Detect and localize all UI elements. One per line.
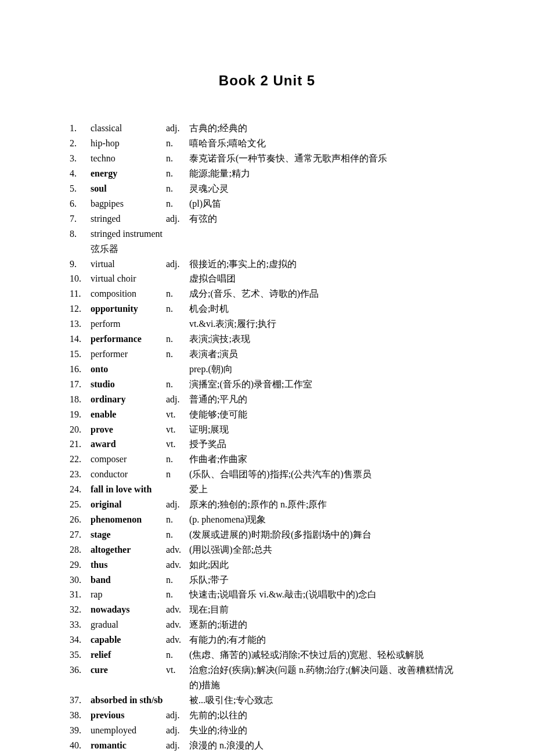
entry-number: 26. — [70, 512, 91, 527]
entry-pos: adv. — [166, 602, 189, 617]
entry-number: 14. — [70, 332, 91, 347]
vocab-row: 40.romanticadj.浪漫的 n.浪漫的人 — [70, 738, 464, 753]
entry-word: rap — [91, 587, 166, 602]
vocab-row: 37.absorbed in sth/sb被...吸引住;专心致志 — [70, 693, 464, 708]
entry-number: 37. — [70, 693, 91, 708]
entry-pos: adj. — [166, 392, 189, 407]
entry-definition: 逐新的;渐进的 — [189, 617, 464, 632]
entry-pos: n. — [166, 347, 189, 362]
vocab-row: 31.rapn.快速击;说唱音乐 vi.&w.敲击;(说唱歌中的)念白 — [70, 587, 464, 602]
entry-pos: n — [166, 467, 189, 482]
entry-definition: 表演;演技;表现 — [189, 332, 464, 347]
vocab-row: 16.ontoprep.(朝)向 — [70, 362, 464, 377]
entry-pos: n. — [166, 587, 189, 602]
entry-word: altogether — [91, 542, 166, 557]
entry-word: stringed — [91, 211, 166, 226]
entry-pos: adj. — [166, 723, 189, 738]
entry-definition: 先前的;以往的 — [189, 708, 464, 723]
entry-pos: adj. — [166, 121, 189, 136]
entry-word: stringed instrument 弦乐器 — [91, 226, 166, 257]
entry-word: unemployed — [91, 723, 166, 738]
entry-number: 8. — [70, 226, 91, 242]
entry-definition: 普通的;平凡的 — [189, 392, 464, 407]
vocab-row: 18.ordinaryadj.普通的;平凡的 — [70, 392, 464, 407]
vocab-row: 9.virtualadj.很接近的;事实上的;虚拟的 — [70, 257, 464, 272]
entry-pos: n. — [166, 286, 189, 301]
vocab-row: 3.technon.泰克诺音乐(一种节奏快、通常无歌声相伴的音乐 — [70, 151, 464, 166]
entry-definition: 乐队;带子 — [189, 573, 464, 588]
entry-definition: 灵魂;心灵 — [189, 181, 464, 196]
entry-word: opportunity — [91, 301, 166, 316]
vocab-row: 28.altogetheradv.(用以强调)全部;总共 — [70, 542, 464, 557]
entry-definition: (焦虑、痛苦的)减轻或消除;不快过后的)宽慰、轻松或解脱 — [189, 647, 464, 663]
vocab-row: 27.stagen.(发展或进展的)时期;阶段(多指剧场中的)舞台 — [70, 527, 464, 542]
entry-word: performer — [91, 347, 166, 362]
entry-word: studio — [91, 377, 166, 392]
entry-number: 21. — [70, 437, 91, 452]
entry-definition: (用以强调)全部;总共 — [189, 542, 464, 557]
entry-definition: (p. phenomena)现象 — [189, 512, 464, 527]
entry-definition: 使能够;使可能 — [189, 407, 464, 422]
vocab-row: 29.thusadv.如此;因此 — [70, 557, 464, 573]
entry-definition: 作曲者;作曲家 — [189, 452, 464, 467]
entry-definition: 爱上 — [189, 482, 464, 497]
entry-number: 7. — [70, 211, 91, 226]
entry-word: thus — [91, 557, 166, 573]
entry-number: 15. — [70, 347, 91, 362]
entry-word: band — [91, 573, 166, 588]
entry-definition: 浪漫的 n.浪漫的人 — [189, 738, 464, 753]
vocab-row: 21.awardvt.授予奖品 — [70, 437, 464, 452]
entry-pos: n. — [166, 136, 189, 151]
entry-number: 39. — [70, 723, 91, 738]
entry-word: enable — [91, 407, 166, 422]
entry-number: 35. — [70, 647, 91, 663]
entry-word: phenomenon — [91, 512, 166, 527]
entry-word: prove — [91, 422, 166, 437]
entry-definition: 原来的;独创的;原作的 n.原件;原作 — [189, 497, 464, 512]
vocab-row: 32.nowadaysadv.现在;目前 — [70, 602, 464, 617]
entry-definition: 机会;时机 — [189, 301, 464, 316]
entry-pos: n. — [166, 332, 189, 347]
vocab-row: 24.fall in love with爱上 — [70, 482, 464, 497]
entry-pos: n. — [166, 512, 189, 527]
entry-number: 3. — [70, 151, 91, 166]
entry-definition: 证明;展现 — [189, 422, 464, 437]
entry-number: 12. — [70, 301, 91, 316]
entry-number: 28. — [70, 542, 91, 557]
entry-definition: 能源;能量;精力 — [189, 166, 464, 181]
entry-pos: n. — [166, 377, 189, 392]
entry-pos: n. — [166, 452, 189, 467]
entry-word: performance — [91, 332, 166, 347]
entry-word: composition — [91, 286, 166, 301]
entry-word: composer — [91, 452, 166, 467]
entry-word: techno — [91, 151, 166, 166]
vocab-row: 7.stringedadj.有弦的 — [70, 211, 464, 226]
entry-number: 38. — [70, 708, 91, 723]
entry-number: 17. — [70, 377, 91, 392]
vocab-row: 39.unemployedadj.失业的;待业的 — [70, 723, 464, 738]
entry-word: previous — [91, 708, 166, 723]
entry-number: 10. — [70, 271, 91, 286]
vocab-row: 23.conductorn(乐队、合唱团等的)指挥;(公共汽车的)售票员 — [70, 467, 464, 482]
entry-word: classical — [91, 121, 166, 136]
entry-definition: 很接近的;事实上的;虚拟的 — [189, 257, 464, 272]
entry-pos: n. — [166, 301, 189, 316]
entry-word: cure — [91, 663, 166, 678]
entry-pos: n. — [166, 196, 189, 211]
entry-word: stage — [91, 527, 166, 542]
entry-number: 9. — [70, 257, 91, 272]
vocab-row: 8.stringed instrument 弦乐器 — [70, 226, 464, 257]
entry-pos: adj. — [166, 738, 189, 753]
entry-definition: prep.(朝)向 — [189, 362, 464, 377]
entry-definition: 嘻哈音乐;嘻哈文化 — [189, 136, 464, 151]
entry-pos: adv. — [166, 632, 189, 647]
entry-number: 11. — [70, 286, 91, 301]
entry-word: award — [91, 437, 166, 452]
entry-definition: 被...吸引住;专心致志 — [189, 693, 464, 708]
entry-word: nowadays — [91, 602, 166, 617]
entry-number: 29. — [70, 557, 91, 573]
entry-pos: vt. — [166, 407, 189, 422]
entry-pos: vt. — [166, 663, 189, 678]
entry-number: 16. — [70, 362, 91, 377]
entry-number: 1. — [70, 121, 91, 136]
